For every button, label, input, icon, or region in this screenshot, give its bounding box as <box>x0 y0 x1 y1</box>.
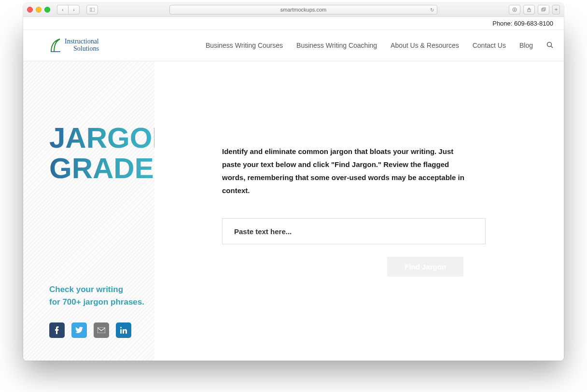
phone-label: Phone: 609-683-8100 <box>492 20 553 27</box>
downloads-button[interactable] <box>509 5 520 14</box>
main-nav: Business Writing Courses Business Writin… <box>206 42 553 50</box>
jargon-input[interactable] <box>233 227 475 236</box>
back-button[interactable]: ‹ <box>57 5 68 14</box>
svg-point-10 <box>120 327 122 328</box>
forward-button[interactable]: › <box>68 5 80 14</box>
logo[interactable]: Instructional Solutions <box>49 38 99 53</box>
svg-rect-0 <box>90 8 95 12</box>
description-text: Identify and eliminate common jargon tha… <box>222 145 473 197</box>
nav-link-blog[interactable]: Blog <box>519 42 533 49</box>
twitter-icon <box>75 327 83 333</box>
address-bar[interactable]: smartmockups.com ↻ <box>169 5 437 14</box>
share-twitter-button[interactable] <box>71 322 87 338</box>
main-content: Identify and eliminate common jargon tha… <box>154 61 564 361</box>
sidebar-toggle-button[interactable] <box>86 5 98 14</box>
download-icon <box>512 7 517 12</box>
linkedin-icon <box>120 327 127 334</box>
minimize-window-button[interactable] <box>36 7 42 13</box>
nav-link-about[interactable]: About Us & Resources <box>391 42 459 49</box>
close-window-button[interactable] <box>27 7 33 13</box>
email-icon <box>98 327 105 333</box>
hero-subtitle: Check your writing for 700+ jargon phras… <box>49 283 154 309</box>
share-buttons <box>49 322 154 338</box>
share-email-button[interactable] <box>94 322 109 338</box>
share-icon <box>527 7 531 12</box>
leaf-icon <box>49 38 62 53</box>
jargon-input-container <box>222 218 486 244</box>
tabs-icon <box>541 7 546 12</box>
nav-link-contact[interactable]: Contact Us <box>473 42 506 49</box>
share-linkedin-button[interactable] <box>116 322 131 338</box>
address-text: smartmockups.com <box>280 7 326 13</box>
webpage: Phone: 609-683-8100 Instructional Soluti… <box>23 17 564 361</box>
svg-rect-8 <box>98 327 105 333</box>
new-tab-button[interactable]: + <box>552 5 560 14</box>
hero-sidebar: JARGON GRADER Check your writing for 700… <box>23 61 154 361</box>
nav-link-coaching[interactable]: Business Writing Coaching <box>296 42 377 49</box>
window-controls <box>27 7 50 13</box>
logo-text: Instructional Solutions <box>65 38 99 52</box>
hero-title-line1: JARGON <box>49 124 154 152</box>
hero-title-line2: GRADER <box>49 154 154 182</box>
browser-window: ‹ › smartmockups.com ↻ + <box>23 3 564 361</box>
svg-point-6 <box>547 42 552 46</box>
zoom-window-button[interactable] <box>44 7 50 13</box>
nav-link-courses[interactable]: Business Writing Courses <box>206 42 283 49</box>
site-header: Instructional Solutions Business Writing… <box>23 30 564 61</box>
share-facebook-button[interactable] <box>49 322 65 338</box>
find-jargon-button[interactable]: Find Jargon <box>387 257 463 277</box>
search-icon[interactable] <box>546 42 553 50</box>
tabs-button[interactable] <box>538 5 549 14</box>
svg-line-7 <box>551 46 553 48</box>
share-button[interactable] <box>523 5 535 14</box>
reload-icon[interactable]: ↻ <box>430 7 434 13</box>
sidebar-icon <box>90 8 95 12</box>
facebook-icon <box>55 326 59 334</box>
utility-bar: Phone: 609-683-8100 <box>23 17 564 30</box>
svg-rect-9 <box>120 329 122 334</box>
browser-titlebar: ‹ › smartmockups.com ↻ + <box>23 3 564 17</box>
